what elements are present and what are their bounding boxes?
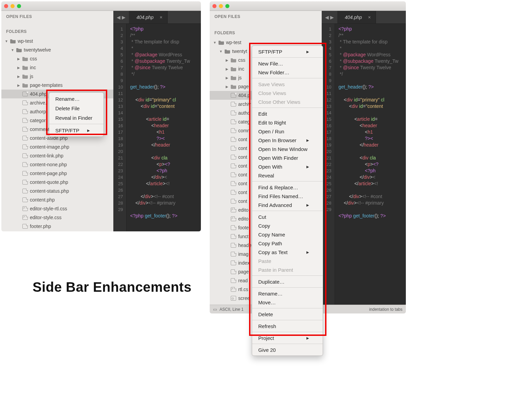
- tree-row[interactable]: ▶ page-templates: [1, 81, 113, 90]
- zoom-icon[interactable]: [17, 4, 21, 8]
- context-menu-small[interactable]: Rename…Delete FileReveal in FinderSFTP/F…: [49, 92, 104, 137]
- tree-row[interactable]: content.php: [1, 195, 113, 204]
- menu-item[interactable]: Refresh: [252, 322, 323, 330]
- context-menu-big[interactable]: SFTP/FTPNew File…New Folder…Save ViewsCl…: [252, 45, 323, 356]
- titlebar[interactable]: [210, 1, 406, 11]
- menu-item[interactable]: Find Files Named…: [252, 192, 323, 201]
- tree-label: 404.p: [238, 93, 250, 98]
- file-icon: [231, 93, 236, 98]
- code-lines[interactable]: <?php/** * The template for disp * * @pa…: [335, 24, 398, 305]
- tree-row[interactable]: editor-style.css: [1, 213, 113, 222]
- tree-row[interactable]: ▶ js: [1, 72, 113, 81]
- tree-label: content.php: [30, 197, 55, 203]
- disclosure-icon[interactable]: ▶: [17, 75, 20, 78]
- tree-row[interactable]: content-status.php: [1, 187, 113, 195]
- tree-row[interactable]: ▼ twentytwelve: [1, 45, 113, 54]
- tree-row[interactable]: content-link.php: [1, 151, 113, 160]
- tree-row[interactable]: footer.php: [1, 222, 113, 231]
- menu-item[interactable]: Copy Name: [252, 230, 323, 239]
- disclosure-icon[interactable]: ▼: [213, 41, 216, 44]
- menu-item[interactable]: Copy Path: [252, 239, 323, 248]
- tab-404[interactable]: 404.php ×: [129, 11, 168, 23]
- disclosure-icon[interactable]: ▶: [225, 76, 229, 80]
- menu-item[interactable]: Delete: [252, 310, 323, 319]
- tab-close-icon[interactable]: ×: [368, 15, 371, 20]
- tree-row[interactable]: ▼ wp-test: [1, 37, 113, 45]
- menu-item[interactable]: Reveal in Finder: [49, 113, 103, 122]
- disclosure-icon[interactable]: ▼: [11, 48, 14, 52]
- menu-item[interactable]: Delete File: [49, 103, 103, 113]
- close-icon[interactable]: [212, 4, 216, 8]
- menu-item[interactable]: Find Advanced: [252, 201, 323, 209]
- tree-row[interactable]: content-quote.php: [1, 178, 113, 187]
- tree-row[interactable]: content-image.php: [1, 142, 113, 151]
- menu-item[interactable]: Cut: [252, 212, 323, 221]
- menu-item[interactable]: Duplicate…: [252, 277, 323, 286]
- menu-separator: [252, 181, 323, 182]
- tab-close-icon[interactable]: ×: [159, 15, 162, 20]
- menu-item[interactable]: Open With: [252, 162, 323, 171]
- menu-item[interactable]: Reveal: [252, 171, 323, 180]
- tree-label: css: [238, 57, 245, 63]
- menu-item[interactable]: SFTP/FTP: [49, 126, 103, 135]
- disclosure-icon[interactable]: ▼: [5, 39, 8, 43]
- code-lines[interactable]: <?php/** * The template for disp * * @pa…: [127, 24, 190, 231]
- minimize-icon[interactable]: [219, 4, 223, 8]
- menu-item[interactable]: Rename…: [252, 289, 323, 298]
- tree-label: edito: [238, 216, 248, 222]
- tree-label: inc: [238, 66, 244, 72]
- disclosure-icon[interactable]: ▶: [225, 58, 229, 62]
- menu-item[interactable]: SFTP/FTP: [252, 47, 323, 56]
- file-icon: [231, 208, 236, 212]
- menu-item[interactable]: Copy as Text: [252, 248, 323, 256]
- menu-item[interactable]: Copy: [252, 221, 323, 230]
- menu-label: Open With Finder: [258, 155, 298, 161]
- file-icon: [22, 215, 28, 220]
- menu-label: Find Files Named…: [258, 193, 303, 199]
- nav-next-icon[interactable]: ▶: [122, 15, 126, 20]
- file-icon: [22, 162, 28, 167]
- menu-item[interactable]: Find & Replace…: [252, 183, 323, 192]
- tree-row[interactable]: content-none.php: [1, 160, 113, 169]
- menu-item[interactable]: Open / Run: [252, 127, 323, 136]
- menu-item[interactable]: Project: [252, 333, 323, 342]
- menu-separator: [252, 78, 323, 78]
- tree-row[interactable]: editor-style-rtl.css: [1, 204, 113, 213]
- menu-item[interactable]: Move…: [252, 298, 323, 307]
- menu-item[interactable]: Edit: [252, 109, 323, 118]
- disclosure-icon[interactable]: ▶: [17, 66, 20, 70]
- menu-item[interactable]: New File…: [252, 59, 323, 68]
- menu-item[interactable]: Open In Browser: [252, 136, 323, 145]
- disclosure-icon[interactable]: ▶: [225, 85, 229, 89]
- file-icon: [231, 252, 236, 256]
- disclosure-icon[interactable]: ▼: [219, 50, 223, 53]
- menu-label: Refresh: [258, 323, 276, 329]
- tree-row[interactable]: ▶ inc: [1, 63, 113, 72]
- nav-next-icon[interactable]: ▶: [330, 15, 334, 20]
- zoom-icon[interactable]: [225, 4, 229, 8]
- nav-prev-icon[interactable]: ◀: [325, 15, 329, 20]
- tree-row[interactable]: content-page.php: [1, 169, 113, 178]
- tree-row[interactable]: ▶ css: [1, 54, 113, 63]
- editor[interactable]: ◀ ▶ 404.php × 12345678910111213141516171…: [113, 11, 201, 231]
- tree-label: editor-style-rtl.css: [30, 206, 67, 211]
- disclosure-icon[interactable]: ▶: [225, 67, 229, 71]
- menu-separator: [252, 332, 323, 332]
- tree-label: cont: [238, 181, 247, 186]
- titlebar[interactable]: [1, 1, 201, 11]
- menu-item[interactable]: Rename…: [49, 94, 103, 103]
- menu-item[interactable]: Open In New Window: [252, 145, 323, 153]
- editor[interactable]: ◀ ▶ 404.php × 12345678910111213141516171…: [322, 11, 406, 305]
- menu-item[interactable]: Edit to Right: [252, 118, 323, 127]
- menu-item[interactable]: Give 20: [252, 345, 323, 354]
- menu-item[interactable]: New Folder…: [252, 68, 323, 77]
- close-icon[interactable]: [4, 4, 8, 8]
- nav-prev-icon[interactable]: ◀: [117, 15, 120, 20]
- disclosure-icon[interactable]: ▶: [17, 83, 20, 87]
- menu-item[interactable]: Open With Finder: [252, 153, 323, 162]
- tree-label: page-: [238, 84, 250, 89]
- menu-label: SFTP/FTP: [258, 49, 282, 55]
- minimize-icon[interactable]: [11, 4, 15, 8]
- tab-404[interactable]: 404.php ×: [337, 11, 376, 23]
- disclosure-icon[interactable]: ▶: [17, 57, 20, 61]
